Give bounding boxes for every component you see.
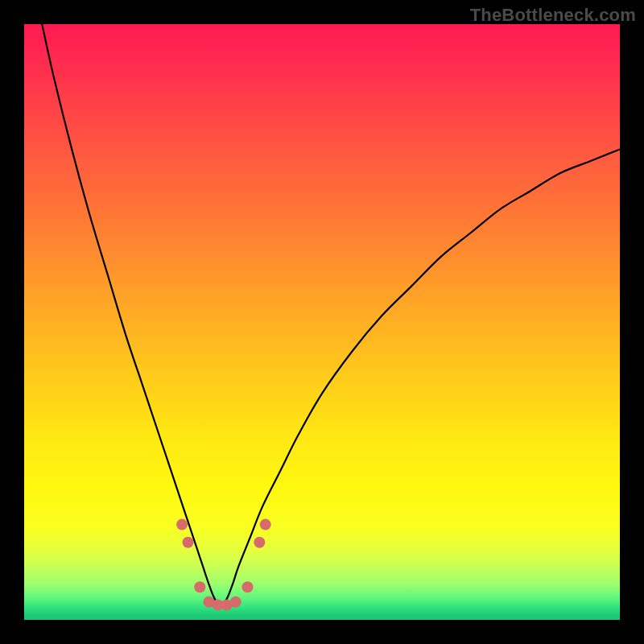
bottleneck-curve — [42, 24, 620, 605]
highlight-dot — [230, 597, 242, 608]
highlight-dot — [194, 581, 205, 592]
highlight-dot — [260, 519, 271, 530]
highlight-dot — [183, 537, 194, 548]
chart-frame: TheBottleneck.com — [0, 0, 644, 644]
plot-area — [24, 24, 620, 620]
highlight-dot — [254, 537, 265, 548]
highlight-dot — [176, 519, 188, 530]
highlight-markers — [176, 519, 271, 611]
highlight-dot — [242, 581, 254, 592]
curve-layer — [24, 24, 620, 620]
watermark-text: TheBottleneck.com — [470, 5, 636, 26]
